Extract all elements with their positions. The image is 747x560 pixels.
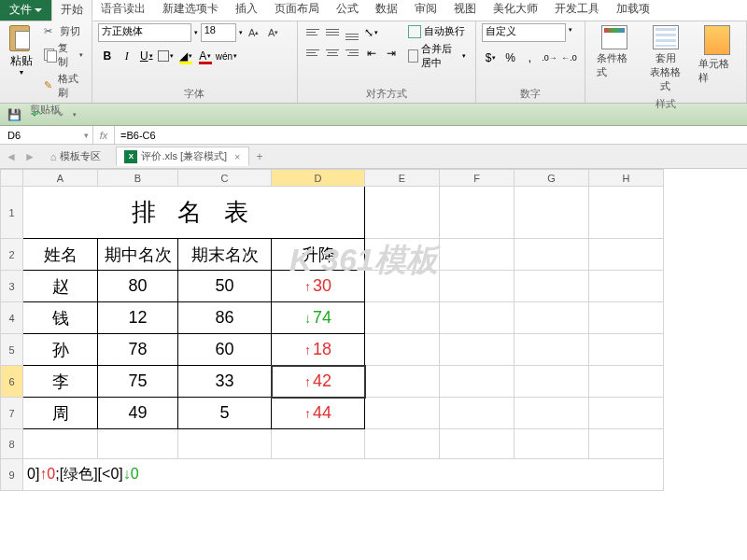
cell-name-3[interactable]: 赵 — [23, 271, 98, 302]
table-title[interactable]: 排 名 表 — [23, 187, 365, 239]
cell-name-5[interactable]: 孙 — [23, 334, 98, 366]
cell-E[interactable] — [365, 239, 440, 271]
align-top-button[interactable] — [303, 23, 322, 40]
file-menu[interactable]: 文件 — [0, 0, 51, 21]
cell-H[interactable] — [589, 334, 664, 366]
cell-mid-5[interactable]: 78 — [98, 334, 178, 366]
row-header-9[interactable]: 9 — [1, 459, 23, 491]
cell-H[interactable] — [589, 398, 664, 429]
wrap-text-button[interactable]: 自动换行 — [404, 23, 470, 39]
cell-G[interactable] — [514, 239, 589, 271]
cell-H[interactable] — [589, 271, 664, 302]
tab-template-zone[interactable]: ⌂模板专区 — [43, 147, 109, 165]
increase-indent-button[interactable]: ⇥ — [382, 44, 401, 63]
cell-name-7[interactable]: 周 — [23, 398, 98, 429]
cell-name-6[interactable]: 李 — [23, 366, 98, 398]
redo-button[interactable]: ↷ — [50, 106, 67, 123]
ribbon-tab-3[interactable]: 插入 — [227, 0, 266, 21]
cell-G[interactable] — [514, 366, 589, 398]
cell-H[interactable] — [589, 187, 664, 239]
undo-button[interactable]: ↶ — [28, 106, 45, 123]
row-header-8[interactable]: 8 — [1, 429, 23, 459]
cell-final-5[interactable]: 60 — [178, 334, 272, 366]
align-middle-button[interactable] — [323, 23, 342, 40]
nav-fwd-button[interactable]: ► — [24, 150, 35, 163]
cell-delta-7[interactable]: ↑44 — [272, 398, 365, 429]
comma-button[interactable]: , — [521, 49, 540, 67]
increase-decimal-button[interactable]: .0→ — [541, 49, 559, 67]
select-all-corner[interactable] — [1, 170, 23, 187]
cell-name-4[interactable]: 钱 — [23, 302, 98, 334]
cell-mid-6[interactable]: 75 — [98, 366, 178, 398]
col-header-G[interactable]: G — [514, 170, 589, 187]
ribbon-tab-7[interactable]: 审阅 — [406, 0, 445, 21]
cell-mid-7[interactable]: 49 — [98, 398, 178, 429]
ribbon-tab-1[interactable]: 语音读出 — [92, 0, 154, 21]
table-header-1[interactable]: 期中名次 — [98, 239, 178, 271]
cell-E[interactable] — [365, 302, 440, 334]
font-family-select[interactable]: 方正姚体 — [98, 23, 191, 42]
align-left-button[interactable] — [303, 44, 322, 61]
decrease-decimal-button[interactable]: ←.0 — [560, 49, 579, 67]
col-header-H[interactable]: H — [589, 170, 664, 187]
col-header-B[interactable]: B — [98, 170, 178, 187]
ribbon-tab-8[interactable]: 视图 — [445, 0, 485, 21]
cell-E[interactable] — [365, 366, 440, 398]
col-header-A[interactable]: A — [23, 170, 98, 187]
cell-F[interactable] — [440, 187, 514, 239]
cell-final-6[interactable]: 33 — [178, 366, 272, 398]
cell-G[interactable] — [514, 187, 589, 239]
row-header-1[interactable]: 1 — [1, 187, 23, 239]
cell-C[interactable] — [178, 429, 272, 459]
ribbon-tab-11[interactable]: 加载项 — [608, 0, 658, 21]
phonetic-button[interactable]: wén▾ — [216, 47, 237, 65]
new-tab-button[interactable]: + — [257, 150, 263, 163]
cell-delta-6[interactable]: ↑42 — [272, 366, 365, 398]
row-header-7[interactable]: 7 — [1, 398, 23, 429]
border-button[interactable]: ▾ — [157, 47, 176, 65]
ribbon-tab-10[interactable]: 开发工具 — [546, 0, 608, 21]
orientation-button[interactable]: ⤡▾ — [362, 23, 381, 42]
ribbon-tab-6[interactable]: 数据 — [367, 0, 406, 21]
font-size-select[interactable]: 18 — [201, 23, 236, 42]
ribbon-tab-9[interactable]: 美化大师 — [485, 0, 546, 21]
col-header-D[interactable]: D — [272, 170, 365, 187]
nav-back-button[interactable]: ◄ — [6, 150, 17, 163]
cell-H[interactable] — [589, 302, 664, 334]
cell-E[interactable] — [365, 429, 440, 459]
cell-E[interactable] — [365, 334, 440, 366]
align-center-button[interactable] — [323, 44, 342, 61]
cell-G[interactable] — [514, 302, 589, 334]
italic-button[interactable]: I — [118, 47, 136, 65]
cell-F[interactable] — [440, 366, 514, 398]
cell-F[interactable] — [440, 271, 514, 302]
underline-button[interactable]: U▾ — [137, 47, 156, 65]
cell-G[interactable] — [514, 429, 589, 459]
ribbon-tab-2[interactable]: 新建选项卡 — [154, 0, 227, 21]
decrease-font-button[interactable]: A▾ — [265, 24, 282, 41]
row-header-2[interactable]: 2 — [1, 239, 23, 271]
col-header-F[interactable]: F — [440, 170, 514, 187]
row-header-6[interactable]: 6 — [1, 366, 23, 398]
cell-G[interactable] — [514, 271, 589, 302]
table-header-3[interactable]: 升降 — [272, 239, 365, 271]
decrease-indent-button[interactable]: ⇤ — [362, 44, 381, 63]
cell-H[interactable] — [589, 429, 664, 459]
cell-E[interactable] — [365, 271, 440, 302]
cell-B[interactable] — [98, 429, 178, 459]
bold-button[interactable]: B — [98, 47, 117, 65]
align-right-button[interactable] — [343, 44, 361, 61]
row-header-5[interactable]: 5 — [1, 334, 23, 366]
col-header-C[interactable]: C — [178, 170, 272, 187]
copy-button[interactable]: 复制▾ — [41, 40, 86, 70]
cell-final-4[interactable]: 86 — [178, 302, 272, 334]
percent-button[interactable]: % — [501, 49, 520, 67]
number-format-select[interactable]: 自定义 — [482, 23, 566, 42]
cell-A[interactable] — [23, 429, 98, 459]
cell-styles-button[interactable]: 单元格样 — [693, 23, 740, 87]
cell-F[interactable] — [440, 429, 514, 459]
cell-F[interactable] — [440, 398, 514, 429]
ribbon-tab-0[interactable]: 开始 — [51, 0, 92, 21]
cell-G[interactable] — [514, 334, 589, 366]
save-button[interactable]: 💾 — [6, 106, 22, 123]
